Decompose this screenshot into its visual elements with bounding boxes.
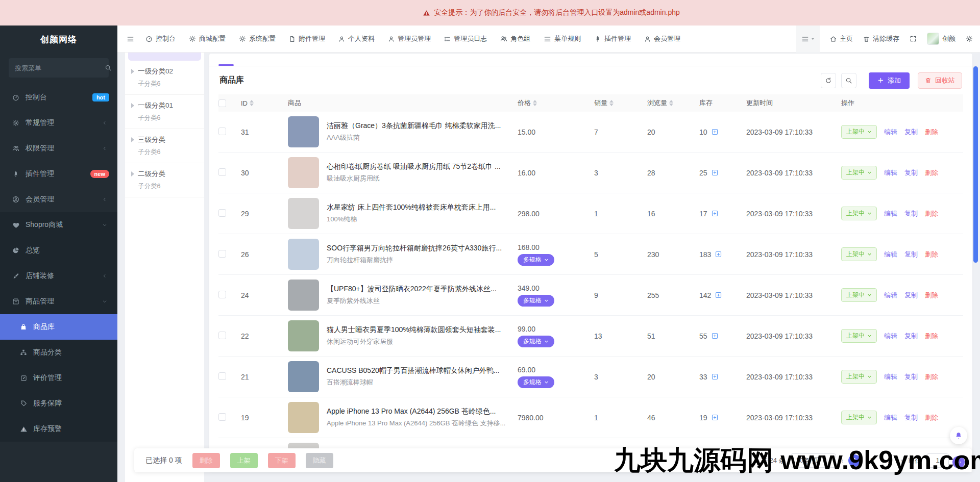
edit-link[interactable]: 编辑 (884, 332, 897, 341)
sidebar-item-addons[interactable]: 插件管理 new (0, 161, 117, 187)
status-dropdown[interactable]: 上架中 (841, 288, 877, 302)
delete-link[interactable]: 删除 (925, 413, 938, 422)
bulk-delete-button[interactable]: 删除 (192, 453, 220, 468)
clear-cache-link[interactable]: 清除缓存 (863, 34, 899, 43)
add-button[interactable]: 添加 (869, 72, 910, 89)
stock-edit-icon[interactable] (711, 373, 719, 380)
status-dropdown[interactable]: 上架中 (841, 207, 877, 220)
sidebar-item-auth[interactable]: 权限管理 (0, 136, 117, 161)
refresh-button[interactable] (821, 73, 836, 88)
fullscreen-icon[interactable] (910, 35, 917, 42)
bulk-off-shelf-button[interactable]: 下架 (268, 453, 296, 468)
sidebar-item-goods-category[interactable]: 商品分类 (0, 340, 117, 365)
sidebar-item-dashboard[interactable]: 控制台 hot (0, 85, 117, 110)
nav-item-admin-log[interactable]: 管理员日志 (444, 34, 487, 43)
row-checkbox[interactable] (218, 209, 226, 217)
product-title[interactable]: 猫人男士睡衣男夏季100%纯棉薄款圆领套头短袖套装... (327, 325, 501, 335)
product-title[interactable]: 洁丽雅（Grace）3条抗菌新疆棉毛巾 纯棉柔软家用洗... (327, 121, 501, 131)
bulk-hide-button[interactable]: 隐藏 (306, 453, 333, 468)
bulk-on-shelf-button[interactable]: 上架 (230, 453, 258, 468)
edit-link[interactable]: 编辑 (884, 291, 897, 300)
stock-edit-icon[interactable] (711, 169, 719, 176)
page-button[interactable]: 1 (848, 454, 861, 467)
status-dropdown[interactable]: 上架中 (841, 166, 877, 180)
row-checkbox[interactable] (218, 413, 226, 421)
delete-link[interactable]: 删除 (925, 291, 938, 300)
copy-link[interactable]: 复制 (904, 372, 918, 382)
next-page-button[interactable]: › (900, 456, 903, 465)
sidebar-item-general[interactable]: 常规管理 (0, 110, 117, 136)
multi-spec-badge[interactable]: 多规格 (518, 254, 554, 266)
copy-link[interactable]: 复制 (904, 209, 918, 218)
sidebar-item-stock-warning[interactable]: 库存预警 (0, 416, 117, 442)
copy-link[interactable]: 复制 (904, 250, 918, 259)
nav-item-dashboard[interactable]: 控制台 (145, 34, 176, 43)
delete-link[interactable]: 删除 (925, 250, 938, 259)
multi-spec-badge[interactable]: 多规格 (518, 295, 554, 307)
sidebar-item-overview[interactable]: 总览 (0, 238, 117, 263)
sort-icon[interactable] (669, 100, 673, 106)
menu-toggle-icon[interactable] (127, 35, 134, 43)
stock-edit-icon[interactable] (715, 291, 722, 299)
col-id[interactable]: ID (241, 99, 288, 107)
sidebar-item-comments[interactable]: 评价管理 (0, 365, 117, 391)
stock-edit-icon[interactable] (711, 210, 719, 217)
status-dropdown[interactable]: 上架中 (841, 411, 877, 424)
nav-item-members[interactable]: 会员管理 (644, 34, 680, 43)
nav-item-role-group[interactable]: 角色组 (500, 34, 530, 43)
menu-search[interactable] (9, 58, 109, 78)
status-dropdown[interactable]: 上架中 (841, 370, 877, 384)
search-button[interactable] (841, 73, 856, 88)
copy-link[interactable]: 复制 (904, 413, 918, 422)
copy-link[interactable]: 复制 (904, 128, 918, 137)
nav-item-menu-rules[interactable]: 菜单规则 (544, 34, 581, 43)
edit-link[interactable]: 编辑 (884, 372, 897, 382)
copy-link[interactable]: 复制 (904, 332, 918, 341)
nav-dropdown[interactable] (796, 26, 820, 53)
nav-item-plugins[interactable]: 插件管理 (594, 34, 631, 43)
brand-logo[interactable]: 创颜网络 (0, 26, 117, 53)
copy-link[interactable]: 复制 (904, 291, 918, 300)
edit-link[interactable]: 编辑 (884, 168, 897, 177)
stock-edit-icon[interactable] (715, 250, 722, 258)
col-views[interactable]: 浏览量 (647, 98, 699, 108)
nav-item-profile[interactable]: 个人资料 (338, 34, 375, 43)
sidebar-item-decoration[interactable]: 店铺装修 (0, 263, 117, 289)
product-title[interactable]: 【UPF80+】波司登防晒衣2022年夏季防紫外线冰丝... (327, 285, 497, 294)
sidebar-item-members[interactable]: 会员管理 (0, 187, 117, 212)
product-title[interactable]: 心相印卷纸厨房卷纸 吸油吸水厨房用纸 75节2卷纸巾 ... (327, 162, 501, 171)
goto-page-input[interactable] (926, 453, 949, 468)
multi-spec-badge[interactable]: 多规格 (518, 376, 554, 388)
sort-icon[interactable] (609, 100, 614, 106)
delete-link[interactable]: 删除 (925, 128, 938, 137)
per-page-select[interactable]: 10条/页 (791, 453, 836, 468)
product-title[interactable]: SOO行李箱男万向轮拉杆箱耐磨抗摔26英寸A330旅行... (327, 244, 502, 253)
recycle-bin-button[interactable]: 回收站 (918, 72, 962, 89)
category-item[interactable]: 一级分类02 子分类6 (125, 61, 204, 95)
nav-item-admin-manage[interactable]: 管理员管理 (388, 34, 431, 43)
sort-icon[interactable] (250, 100, 254, 106)
page-button[interactable]: 3 (883, 454, 895, 467)
sidebar-item-service-guarantee[interactable]: 服务保障 (0, 391, 117, 416)
delete-link[interactable]: 删除 (925, 372, 938, 382)
delete-link[interactable]: 删除 (925, 168, 938, 177)
delete-link[interactable]: 删除 (925, 332, 938, 341)
page-button[interactable]: 2 (866, 454, 878, 467)
scrollbar-thumb[interactable] (973, 66, 978, 263)
product-title[interactable]: 水星家纺 床上四件套100%纯棉被套床单枕套床上用... (327, 203, 496, 212)
product-title[interactable]: Apple iPhone 13 Pro Max (A2644) 256GB 苍岭… (327, 407, 505, 416)
status-dropdown[interactable]: 上架中 (841, 247, 877, 261)
notification-bell-button[interactable] (950, 427, 967, 444)
menu-search-input[interactable] (15, 64, 105, 72)
nav-item-attachments[interactable]: 附件管理 (289, 34, 325, 43)
quick-actions-button[interactable] (952, 456, 965, 468)
col-sales[interactable]: 销量 (594, 98, 647, 108)
edit-link[interactable]: 编辑 (884, 413, 897, 422)
prev-page-button[interactable]: ‹ (841, 456, 844, 465)
sidebar-item-shopro[interactable]: Shopro商城 (0, 212, 117, 238)
status-dropdown[interactable]: 上架中 (841, 329, 877, 343)
sidebar-item-goods-management[interactable]: 商品管理 (0, 289, 117, 314)
product-title[interactable]: CACUSS B0520帽子男百搭潮流棒球帽女休闲户外鸭... (327, 366, 499, 375)
delete-link[interactable]: 删除 (925, 209, 938, 218)
sidebar-item-goods-library[interactable]: 商品库 (0, 314, 117, 340)
